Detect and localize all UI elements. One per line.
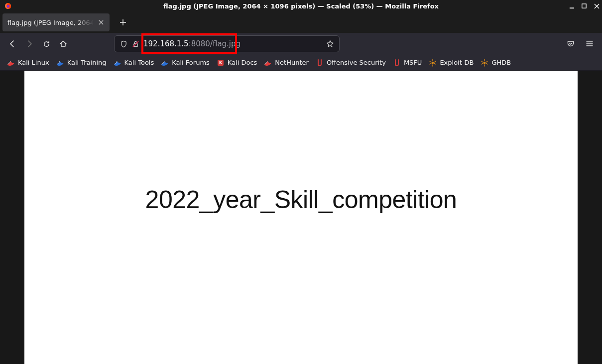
os-red-icon [316,59,324,67]
bookmark-star-button[interactable] [324,38,336,50]
tab-bar: flag.jpg (JPEG Image, 2064 × 1096 pixels… [0,12,602,33]
bookmark-kali-docs[interactable]: K Kali Docs [217,59,257,67]
reload-button[interactable] [38,35,55,52]
bookmark-kali-tools[interactable]: Kali Tools [114,59,154,67]
dragon-blue-icon [114,59,121,67]
new-tab-button[interactable] [116,15,130,30]
url-path: /flag.jpg [210,39,241,48]
bookmark-kali-linux[interactable]: Kali Linux [7,59,49,67]
content-viewport: 2022_year_Skill_competition [0,71,602,364]
dragon-blue-icon [56,59,64,67]
home-button[interactable] [55,35,72,52]
shield-icon[interactable] [118,38,129,50]
window-titlebar: flag.jpg (JPEG Image, 2064 × 1096 pixels… [0,0,602,12]
svg-rect-3 [582,4,586,8]
back-button[interactable] [4,35,21,52]
bookmark-label: NetHunter [275,59,309,66]
url-text: 192.168.1.5:8080/flag.jpg [141,39,324,48]
bookmark-nethunter[interactable]: NetHunter [264,59,309,67]
lock-insecure-icon[interactable] [129,38,141,50]
bookmark-label: Kali Linux [18,59,49,66]
svg-point-8 [483,61,485,63]
bookmark-label: Offensive Security [327,59,386,66]
bookmark-kali-training[interactable]: Kali Training [56,59,107,67]
tab-active[interactable]: flag.jpg (JPEG Image, 2064 × 1096 pixels… [2,13,110,31]
dragon-red-icon [7,59,15,67]
window-maximize-button[interactable] [581,2,588,9]
nav-toolbar: 192.168.1.5:8080/flag.jpg [0,33,602,55]
dragon-red-icon [264,59,272,67]
tab-close-button[interactable] [97,18,106,27]
os-red-icon [393,59,401,67]
window-title: flag.jpg (JPEG Image, 2064 × 1096 pixels… [163,2,439,10]
bookmarks-bar: Kali Linux Kali Training Kali Tools Kali… [0,55,602,71]
svg-point-1 [7,5,10,8]
flag-image-text: 2022_year_Skill_competition [24,185,578,214]
tab-label: flag.jpg (JPEG Image, 2064 × 1096 pixels… [7,19,94,26]
pocket-button[interactable] [562,35,579,52]
bookmark-kali-forums[interactable]: Kali Forums [161,59,210,67]
dragon-blue-icon [161,59,169,67]
svg-rect-2 [569,7,574,8]
bookmark-msfu[interactable]: MSFU [393,59,422,67]
svg-text:K: K [219,61,223,65]
bookmark-label: Kali Forums [172,59,210,66]
bookmark-label: MSFU [404,59,422,66]
bookmark-label: Kali Training [67,59,107,66]
window-minimize-button[interactable] [568,2,575,9]
svg-point-7 [432,61,434,63]
hamburger-menu-button[interactable] [581,35,598,52]
url-port: :8080 [189,39,210,48]
firefox-icon [4,2,11,9]
spider-orange-icon [429,59,437,67]
forward-button[interactable] [21,35,38,52]
image-viewer[interactable]: 2022_year_Skill_competition [24,71,578,364]
bookmark-exploit-db[interactable]: Exploit-DB [429,59,474,67]
bookmark-label: GHDB [491,59,511,66]
bookmark-ghdb[interactable]: GHDB [481,59,511,67]
bookmark-label: Kali Docs [228,59,257,66]
bookmark-offensive-security[interactable]: Offensive Security [316,59,386,67]
window-close-button[interactable] [593,2,600,9]
url-bar[interactable]: 192.168.1.5:8080/flag.jpg [114,35,340,52]
bookmark-label: Kali Tools [124,59,154,66]
url-host: 192.168.1.5 [143,39,189,48]
box-red-icon: K [217,59,225,67]
spider-orange-icon [481,59,488,67]
bookmark-label: Exploit-DB [440,59,474,66]
